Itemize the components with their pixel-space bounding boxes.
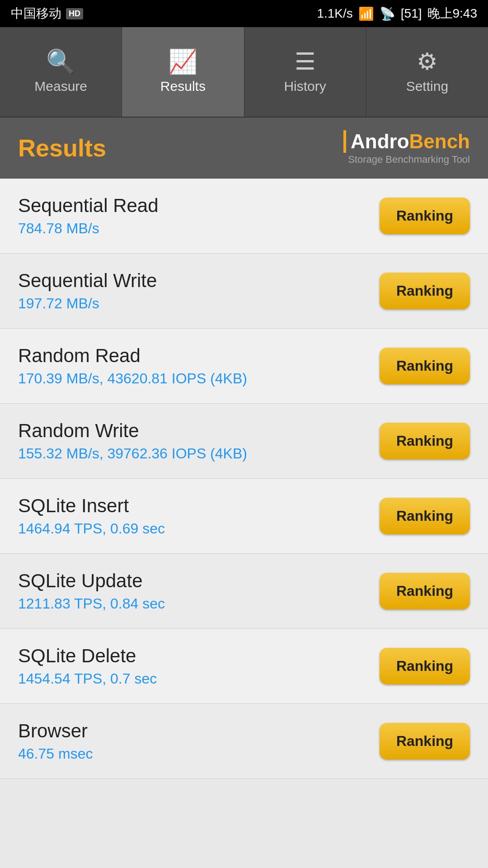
tab-history[interactable]: ☰ History	[244, 27, 366, 117]
result-value: 1211.83 TPS, 0.84 sec	[18, 595, 380, 612]
result-info: Browser 46.75 msec	[18, 720, 380, 762]
tab-results[interactable]: 📈 Results	[122, 27, 244, 117]
ranking-button[interactable]: Ranking	[380, 648, 470, 684]
tab-setting-label: Setting	[406, 79, 448, 94]
result-item: Sequential Write 197.72 MB/s Ranking	[0, 254, 488, 329]
result-item: SQLite Insert 1464.94 TPS, 0.69 sec Rank…	[0, 479, 488, 554]
result-info: SQLite Insert 1464.94 TPS, 0.69 sec	[18, 495, 380, 537]
ranking-button[interactable]: Ranking	[380, 348, 470, 384]
brand-subtitle: Storage Benchmarking Tool	[348, 154, 470, 165]
status-left: 中国移动 HD	[11, 5, 83, 22]
measure-icon: 🔍	[46, 50, 75, 73]
brand-andro: Andro	[351, 130, 409, 152]
ranking-button[interactable]: Ranking	[380, 273, 470, 309]
tab-history-label: History	[284, 79, 326, 94]
ranking-button[interactable]: Ranking	[380, 423, 470, 459]
result-item: Random Write 155.32 MB/s, 39762.36 IOPS …	[0, 404, 488, 479]
result-name: SQLite Insert	[18, 495, 380, 517]
ranking-button[interactable]: Ranking	[380, 498, 470, 534]
status-right: 1.1K/s 📶 📡 [51] 晚上9:43	[317, 5, 477, 22]
ranking-button[interactable]: Ranking	[380, 723, 470, 760]
brand-bench: Bench	[409, 130, 470, 152]
results-list: Sequential Read 784.78 MB/s Ranking Sequ…	[0, 179, 488, 779]
tab-results-label: Results	[160, 79, 206, 94]
ranking-button[interactable]: Ranking	[380, 198, 470, 234]
battery-text: [51]	[401, 6, 422, 21]
tab-measure-label: Measure	[34, 79, 87, 94]
results-icon: 📈	[168, 50, 197, 73]
result-value: 197.72 MB/s	[18, 295, 380, 312]
signal-icon: 📡	[380, 6, 395, 21]
carrier-text: 中国移动	[11, 5, 61, 22]
result-name: Random Read	[18, 345, 380, 367]
wifi-icon: 📶	[358, 6, 374, 21]
result-item: SQLite Delete 1454.54 TPS, 0.7 sec Ranki…	[0, 629, 488, 704]
result-value: 170.39 MB/s, 43620.81 IOPS (4KB)	[18, 370, 380, 387]
result-name: SQLite Update	[18, 570, 380, 592]
result-name: Sequential Read	[18, 195, 380, 217]
result-info: Random Read 170.39 MB/s, 43620.81 IOPS (…	[18, 345, 380, 387]
result-item: SQLite Update 1211.83 TPS, 0.84 sec Rank…	[0, 554, 488, 629]
time-display: 晚上9:43	[427, 5, 478, 22]
result-value: 1464.94 TPS, 0.69 sec	[18, 520, 380, 537]
result-value: 1454.54 TPS, 0.7 sec	[18, 670, 380, 687]
result-info: Sequential Write 197.72 MB/s	[18, 270, 380, 312]
result-name: Random Write	[18, 420, 380, 442]
ranking-button[interactable]: Ranking	[380, 573, 470, 609]
tab-measure[interactable]: 🔍 Measure	[0, 27, 122, 117]
result-name: SQLite Delete	[18, 645, 380, 667]
brand-logo-row: AndroBench	[343, 130, 470, 153]
history-icon: ☰	[295, 50, 316, 73]
result-info: Random Write 155.32 MB/s, 39762.36 IOPS …	[18, 420, 380, 462]
page-title: Results	[18, 134, 106, 162]
setting-icon: ⚙	[417, 50, 438, 73]
result-info: SQLite Update 1211.83 TPS, 0.84 sec	[18, 570, 380, 612]
hd-badge: HD	[66, 8, 83, 19]
result-item: Random Read 170.39 MB/s, 43620.81 IOPS (…	[0, 329, 488, 404]
result-name: Sequential Write	[18, 270, 380, 292]
result-name: Browser	[18, 720, 380, 742]
tab-setting[interactable]: ⚙ Setting	[366, 27, 488, 117]
network-speed: 1.1K/s	[317, 6, 352, 21]
brand-name: AndroBench	[351, 130, 470, 153]
result-info: SQLite Delete 1454.54 TPS, 0.7 sec	[18, 645, 380, 687]
result-item: Sequential Read 784.78 MB/s Ranking	[0, 179, 488, 254]
results-header: Results AndroBench Storage Benchmarking …	[0, 118, 488, 179]
brand-bar-icon	[343, 130, 346, 153]
tab-bar: 🔍 Measure 📈 Results ☰ History ⚙ Setting	[0, 27, 488, 118]
result-item: Browser 46.75 msec Ranking	[0, 704, 488, 779]
result-value: 784.78 MB/s	[18, 220, 380, 237]
result-value: 155.32 MB/s, 39762.36 IOPS (4KB)	[18, 445, 380, 462]
status-bar: 中国移动 HD 1.1K/s 📶 📡 [51] 晚上9:43	[0, 0, 488, 27]
result-info: Sequential Read 784.78 MB/s	[18, 195, 380, 237]
result-value: 46.75 msec	[18, 745, 380, 762]
brand-logo: AndroBench Storage Benchmarking Tool	[343, 130, 470, 165]
